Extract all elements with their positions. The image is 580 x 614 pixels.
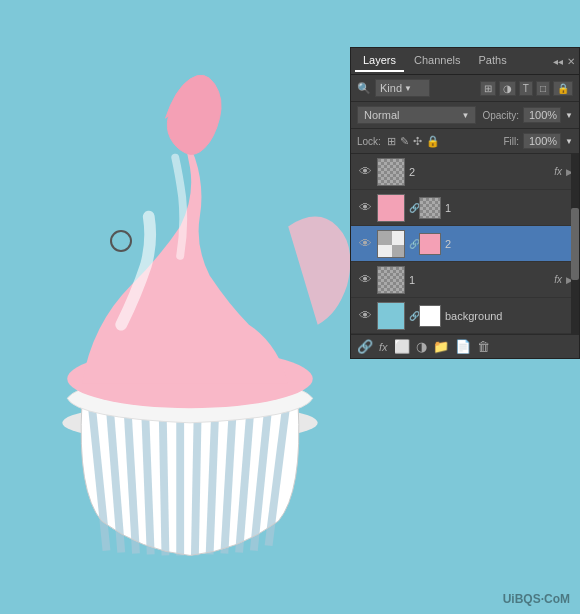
layer-item[interactable]: 👁 2 fx ▶ bbox=[351, 154, 579, 190]
add-mask-icon[interactable]: ⬜ bbox=[394, 339, 410, 354]
tab-paths[interactable]: Paths bbox=[471, 50, 515, 72]
layer-item[interactable]: 👁 🔗 1 bbox=[351, 190, 579, 226]
adjustment-layer-icon[interactable]: ◑ bbox=[416, 339, 427, 354]
smart-filter-icon[interactable]: 🔒 bbox=[553, 81, 573, 96]
svg-rect-14 bbox=[378, 195, 405, 222]
visibility-icon[interactable]: 👁 bbox=[357, 164, 373, 179]
panel-tabs: Layers Channels Paths bbox=[355, 50, 515, 72]
lock-label: Lock: bbox=[357, 136, 381, 147]
close-icon[interactable]: ✕ bbox=[567, 56, 575, 67]
layer-item[interactable]: 👁 🔗 2 bbox=[351, 226, 579, 262]
layer-name: 2 bbox=[409, 166, 550, 178]
fill-label: Fill: bbox=[504, 136, 520, 147]
fill-input[interactable]: 100% bbox=[523, 133, 561, 149]
fx-badge: fx bbox=[554, 274, 562, 285]
cupcake-image bbox=[20, 30, 360, 580]
fx-badge: fx bbox=[554, 166, 562, 177]
layer-thumbnail bbox=[377, 266, 405, 294]
lock-position-icon[interactable]: ✎ bbox=[400, 135, 409, 148]
kind-dropdown[interactable]: Kind ▼ bbox=[375, 79, 430, 97]
layer-item[interactable]: 👁 1 fx ▶ bbox=[351, 262, 579, 298]
layer-name: 1 bbox=[445, 202, 573, 214]
lock-all-icon[interactable]: 🔒 bbox=[426, 135, 440, 148]
svg-rect-17 bbox=[392, 231, 405, 245]
layer-name: 1 bbox=[409, 274, 550, 286]
add-style-icon[interactable]: fx bbox=[379, 341, 388, 353]
blend-arrow: ▼ bbox=[461, 111, 469, 120]
new-layer-icon[interactable]: 📄 bbox=[455, 339, 471, 354]
kind-row: 🔍 Kind ▼ ⊞ ◑ T □ 🔒 bbox=[351, 75, 579, 102]
visibility-icon[interactable]: 👁 bbox=[357, 308, 373, 323]
visibility-icon[interactable]: 👁 bbox=[357, 200, 373, 215]
panel-footer: 🔗 fx ⬜ ◑ 📁 📄 🗑 bbox=[351, 334, 579, 358]
layer-mask-thumbnail bbox=[419, 197, 441, 219]
layer-thumbnail bbox=[377, 302, 405, 330]
link-layers-icon[interactable]: 🔗 bbox=[357, 339, 373, 354]
layer-thumbnail bbox=[377, 194, 405, 222]
lock-move-icon[interactable]: ✣ bbox=[413, 135, 422, 148]
layer-mask-thumbnail bbox=[419, 305, 441, 327]
type-filter-icon[interactable]: T bbox=[519, 81, 533, 96]
shape-filter-icon[interactable]: □ bbox=[536, 81, 550, 96]
opacity-label: Opacity: bbox=[482, 110, 519, 121]
delete-layer-icon[interactable]: 🗑 bbox=[477, 339, 490, 354]
fill-row: Fill: 100% ▼ bbox=[504, 133, 573, 149]
lock-pixels-icon[interactable]: ⊞ bbox=[387, 135, 396, 148]
tab-layers[interactable]: Layers bbox=[355, 50, 404, 72]
svg-rect-18 bbox=[378, 245, 392, 258]
new-group-icon[interactable]: 📁 bbox=[433, 339, 449, 354]
layer-thumbnail bbox=[377, 158, 405, 186]
panel-header: Layers Channels Paths ◂◂ ✕ bbox=[351, 48, 579, 75]
svg-line-7 bbox=[195, 402, 198, 555]
visibility-icon[interactable]: 👁 bbox=[357, 272, 373, 287]
opacity-arrow: ▼ bbox=[565, 111, 573, 120]
link-icon-selected: 🔗 bbox=[409, 239, 415, 249]
opacity-row: Opacity: 100% ▼ bbox=[482, 107, 573, 123]
svg-rect-16 bbox=[392, 245, 405, 258]
layer-item[interactable]: 👁 🔗 background bbox=[351, 298, 579, 334]
svg-rect-15 bbox=[378, 231, 392, 245]
link-icon: 🔗 bbox=[409, 203, 415, 213]
layer-thumbnail bbox=[377, 230, 405, 258]
opacity-input[interactable]: 100% bbox=[523, 107, 561, 123]
svg-line-5 bbox=[163, 402, 166, 555]
panel-options: ◂◂ ✕ bbox=[553, 56, 575, 67]
layer-mask-thumbnail bbox=[419, 233, 441, 255]
blend-row: Normal ▼ Opacity: 100% ▼ bbox=[351, 102, 579, 129]
pixel-filter-icon[interactable]: ⊞ bbox=[480, 81, 496, 96]
layers-panel: Layers Channels Paths ◂◂ ✕ 🔍 Kind ▼ ⊞ ◑ … bbox=[350, 47, 580, 359]
blend-mode-dropdown[interactable]: Normal ▼ bbox=[357, 106, 476, 124]
scrollbar[interactable] bbox=[571, 154, 579, 334]
canvas: Layers Channels Paths ◂◂ ✕ 🔍 Kind ▼ ⊞ ◑ … bbox=[0, 0, 580, 614]
scroll-thumb[interactable] bbox=[571, 208, 579, 280]
layer-name: 2 bbox=[445, 238, 573, 250]
link-icon: 🔗 bbox=[409, 311, 415, 321]
lock-icons: ⊞ ✎ ✣ 🔒 bbox=[387, 135, 440, 148]
tab-channels[interactable]: Channels bbox=[406, 50, 468, 72]
adjustment-filter-icon[interactable]: ◑ bbox=[499, 81, 516, 96]
layer-name: background bbox=[445, 310, 573, 322]
filter-icons: ⊞ ◑ T □ 🔒 bbox=[480, 81, 573, 96]
collapse-icon[interactable]: ◂◂ bbox=[553, 56, 563, 67]
layers-list: 👁 2 fx ▶ 👁 🔗 1 👁 bbox=[351, 154, 579, 334]
lock-row: Lock: ⊞ ✎ ✣ 🔒 Fill: 100% ▼ bbox=[351, 129, 579, 154]
watermark: UiBQS·CoM bbox=[503, 592, 570, 606]
fill-arrow: ▼ bbox=[565, 137, 573, 146]
kind-arrow: ▼ bbox=[404, 84, 412, 93]
search-icon: 🔍 bbox=[357, 82, 371, 95]
visibility-icon[interactable]: 👁 bbox=[357, 236, 373, 251]
